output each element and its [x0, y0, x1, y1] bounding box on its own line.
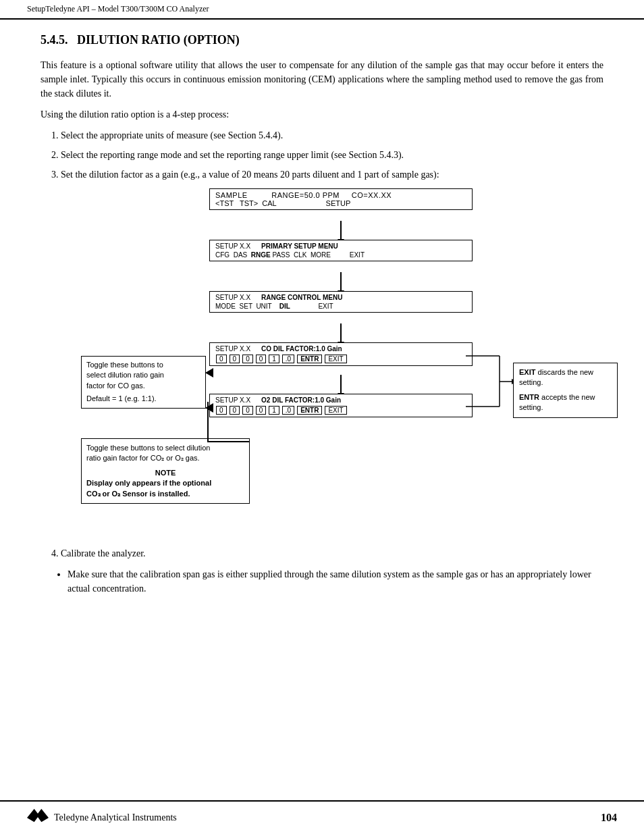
range-control-header: SETUP X.X RANGE CONTROL MENU	[215, 294, 466, 301]
section-title: 5.4.5. DILUTION RATIO (OPTION)	[41, 33, 603, 47]
diagram-area: SAMPLE RANGE=50.0 PPM CO=XX.XX <TST TST>…	[41, 188, 603, 540]
primary-menu-header: SETUP X.X PRIMARY SETUP MENU	[215, 242, 466, 250]
callout-o2-vline	[207, 402, 209, 441]
co-dil-title: CO DIL FACTOR:1.0 Gain	[261, 345, 342, 353]
sample-display: SAMPLE RANGE=50.0 PPM CO=XX.XX <TST TST>…	[209, 188, 473, 210]
final-steps: Calibrate the analyzer.	[61, 546, 603, 561]
callout-co-gas: Toggle these buttons to select dilution …	[81, 356, 206, 409]
company-logo-icon	[27, 807, 49, 829]
arrow-2	[340, 272, 342, 291]
main-content: 5.4.5. DILUTION RATIO (OPTION) This feat…	[0, 20, 644, 800]
section-heading: DILUTION RATIO (OPTION)	[77, 33, 240, 47]
final-bullets: Make sure that the calibration span gas …	[68, 567, 603, 596]
o2-digit-2[interactable]: 0	[242, 406, 253, 415]
o2-dil-display: SETUP X.X O2 DIL FACTOR:1.0 Gain 0 0 0 0…	[209, 394, 473, 417]
co-digit-3[interactable]: 0	[256, 355, 267, 363]
co-digit-2[interactable]: 0	[242, 355, 253, 363]
co-dil-buttons: 0 0 0 0 1 .0 ENTR EXIT	[215, 353, 466, 363]
calibration-bullet: Make sure that the calibration span gas …	[68, 567, 603, 596]
intro-paragraph: This feature is a optional software util…	[41, 58, 603, 101]
svg-marker-6	[205, 403, 213, 413]
callout-o2-hline	[207, 441, 250, 442]
entr-label: ENTR	[519, 393, 539, 401]
steps-intro: Using the dilution ratio option is a 4-s…	[41, 107, 603, 122]
co-entr-btn[interactable]: ENTR	[297, 355, 322, 363]
section-number: 5.4.5.	[41, 33, 68, 47]
callout-co-line	[207, 372, 209, 373]
o2-dil-buttons: 0 0 0 0 1 .0 ENTR EXIT	[215, 404, 466, 415]
arrow-1	[340, 221, 342, 240]
co-digit-5[interactable]: .0	[282, 355, 294, 363]
co-exit-btn[interactable]: EXIT	[325, 355, 346, 363]
exit-label: EXIT	[519, 368, 535, 376]
callout-co-line1: Toggle these buttons to	[86, 360, 200, 370]
arrow-4	[340, 375, 342, 394]
svg-marker-7	[27, 809, 49, 823]
primary-menu-display: SETUP X.X PRIMARY SETUP MENU CFG DAS RNG…	[209, 240, 473, 261]
range-control-display: SETUP X.X RANGE CONTROL MENU MODE SET UN…	[209, 291, 473, 313]
footer-logo-area: Teledyne Analytical Instruments	[27, 807, 177, 829]
header-text: SetupTeledyne API – Model T300/T300M CO …	[27, 4, 209, 14]
page-footer: Teledyne Analytical Instruments 104	[0, 800, 644, 834]
callout-o2-line2: ratio gain factor for CO₂ or O₂ gas.	[86, 453, 244, 463]
o2-digit-0[interactable]: 0	[216, 406, 227, 415]
o2-digit-3[interactable]: 0	[256, 406, 267, 415]
page: SetupTeledyne API – Model T300/T300M CO …	[0, 0, 644, 834]
callout-exit: EXIT discards the new setting.	[519, 367, 612, 388]
page-number: 104	[601, 812, 617, 824]
callout-o2-line1: Toggle these buttons to select dilution	[86, 443, 244, 453]
range-control-items: MODE SET UNIT DIL EXIT	[215, 301, 466, 310]
o2-entr-btn[interactable]: ENTR	[297, 406, 322, 415]
sample-line1: SAMPLE RANGE=50.0 PPM CO=XX.XX	[215, 191, 466, 199]
o2-dil-header: SETUP X.X O2 DIL FACTOR:1.0 Gain	[215, 396, 466, 404]
step-2: Select the reporting range mode and set …	[61, 148, 603, 162]
callout-co-line2: select dilution ratio gain	[86, 370, 200, 380]
sample-line2: <TST TST> CAL SETUP	[215, 199, 466, 207]
co-digit-1[interactable]: 0	[230, 355, 240, 363]
range-control-title: RANGE CONTROL MENU	[261, 294, 342, 301]
callout-note-line1: Display only appears if the optional	[86, 478, 244, 488]
callout-note-line2: CO₂ or O₂ Sensor is installed.	[86, 489, 244, 499]
page-header: SetupTeledyne API – Model T300/T300M CO …	[0, 0, 644, 20]
o2-dil-title: O2 DIL FACTOR:1.0 Gain	[261, 396, 341, 404]
primary-menu-items: CFG DAS RNGE PASS CLK MORE EXIT	[215, 250, 466, 259]
step-3: Set the dilution factor as a gain (e.g.,…	[61, 167, 603, 182]
o2-digit-1[interactable]: 0	[230, 406, 240, 415]
callout-co-line3: factor for CO gas.	[86, 381, 200, 391]
arrow-callout-o2	[205, 403, 213, 413]
o2-exit-btn[interactable]: EXIT	[325, 406, 346, 415]
callout-note-header: NOTE	[86, 468, 244, 478]
co-dil-display: SETUP X.X CO DIL FACTOR:1.0 Gain 0 0 0 0…	[209, 342, 473, 366]
co-dil-header: SETUP X.X CO DIL FACTOR:1.0 Gain	[215, 345, 466, 353]
primary-menu-title: PRIMARY SETUP MENU	[261, 242, 338, 250]
step-1: Select the appropriate units of measure …	[61, 128, 603, 142]
steps-list: Select the appropriate units of measure …	[61, 128, 603, 182]
step-4: Calibrate the analyzer.	[61, 546, 603, 561]
o2-digit-4[interactable]: 1	[269, 406, 279, 415]
o2-digit-5[interactable]: .0	[282, 406, 294, 415]
callout-entr: ENTR accepts the new setting.	[519, 392, 612, 413]
co-digit-4[interactable]: 1	[269, 355, 279, 363]
arrow-3	[340, 323, 342, 342]
callout-o2-gas: Toggle these buttons to select dilution …	[81, 438, 250, 504]
callout-exit-entr: EXIT discards the new setting. ENTR acce…	[513, 363, 618, 418]
footer-company-name: Teledyne Analytical Instruments	[54, 812, 177, 823]
co-digit-0[interactable]: 0	[216, 355, 227, 363]
callout-co-line4: Default = 1 (e.g. 1:1).	[86, 394, 200, 404]
